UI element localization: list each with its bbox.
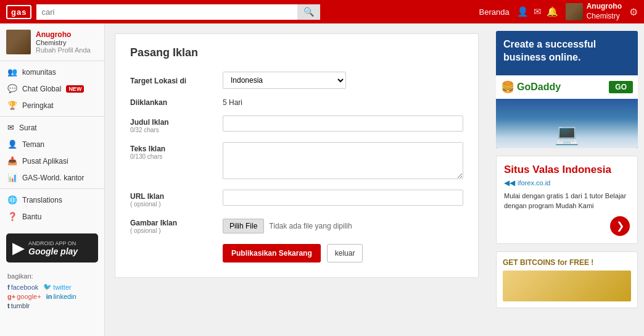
user-name: Anugroho <box>587 2 622 12</box>
message-icon[interactable]: ✉ <box>534 6 542 17</box>
teman-icon: 👤 <box>7 140 17 149</box>
share-google[interactable]: g+ google+ <box>7 293 41 300</box>
sidebar-item-gas[interactable]: 📊 GAS-World. kantor <box>0 169 104 186</box>
sidebar-item-translations[interactable]: 🌐 Translations <box>0 191 104 208</box>
ad-banner-content: Create a successful business online. <box>496 31 638 75</box>
share-label: bagikan: <box>7 272 97 280</box>
avatar <box>566 3 583 20</box>
sidebar-item-pusat[interactable]: 📥 Pusat Aplikasi <box>0 153 104 169</box>
share-tumblr[interactable]: t tumblr <box>7 302 30 309</box>
godaddy-icon: 🍔 <box>501 80 514 94</box>
nav-icons: 👤 ✉ 🔔 <box>517 6 558 17</box>
form-label-teks: Teks Iklan 0/130 chars <box>130 142 223 160</box>
form-row-target: Target Lokasi di Indonesia <box>130 72 463 89</box>
tablet-image: 💻 <box>555 122 579 146</box>
android-store-text: Google play <box>28 246 78 256</box>
sidebar-bantu-label: Bantu <box>22 212 41 221</box>
form-label-judul: Judul Iklan 0/32 chars <box>130 116 223 133</box>
form-label-diiklankan: Diiklankan <box>130 98 223 107</box>
chat-icon: 💬 <box>7 84 17 93</box>
sidebar-komunitas-label: komunitas <box>22 68 56 77</box>
search-button[interactable]: 🔍 <box>297 4 320 20</box>
ad-image-area: 💻 <box>496 99 638 148</box>
cancel-button[interactable]: keluar <box>327 244 363 262</box>
godaddy-go-btn[interactable]: GO <box>609 81 633 93</box>
ad-bitcoin: GET BITCOINS for FREE ! <box>496 251 638 308</box>
surat-icon: ✉ <box>7 123 14 132</box>
nav-right: Beranda 👤 ✉ 🔔 Anugroho Chemistry ⚙ <box>479 2 638 21</box>
twitter-icon: 🐦 <box>43 283 52 291</box>
sidebar-user-info: Anugroho Chemistry Rubah Profil Anda <box>36 30 91 54</box>
sidebar-item-chat[interactable]: 💬 Chat Global NEW <box>0 80 104 97</box>
linkedin-icon: in <box>46 293 52 300</box>
sidebar-menu-3: 🌐 Translations ❓ Bantu <box>0 189 104 227</box>
sidebar-item-surat[interactable]: ✉ Surat <box>0 119 104 136</box>
share-facebook[interactable]: f facebook <box>7 283 38 291</box>
tumblr-icon: t <box>7 302 10 309</box>
judul-input[interactable] <box>223 116 463 132</box>
android-badge[interactable]: ▶ ANDROID APP ON Google play <box>6 233 98 262</box>
godaddy-area: 🍔 GoDaddy GO <box>496 75 638 99</box>
diiklankan-value: 5 Hari <box>223 98 242 107</box>
iforex-source-label: iforex.co.id <box>518 179 550 187</box>
form-row-diiklankan: Diiklankan 5 Hari <box>130 98 463 107</box>
bantu-icon: ❓ <box>7 212 17 221</box>
user-name-block: Anugroho Chemistry <box>587 2 622 21</box>
iforex-source-icon: ◀◀ <box>504 178 515 187</box>
form-title: Pasang Iklan <box>130 46 463 59</box>
sidebar-item-bantu[interactable]: ❓ Bantu <box>0 208 104 225</box>
user-info: Anugroho Chemistry <box>566 2 622 21</box>
sidebar-item-peringkat[interactable]: 🏆 Peringkat <box>0 97 104 114</box>
sidebar-translations-label: Translations <box>22 196 62 204</box>
form-control-target: Indonesia <box>223 72 346 89</box>
komunitas-icon: 👥 <box>7 67 17 77</box>
sidebar-item-komunitas[interactable]: 👥 komunitas <box>0 64 104 80</box>
share-linkedin[interactable]: in linkedin <box>46 293 76 300</box>
url-input[interactable] <box>223 190 463 206</box>
gear-icon[interactable]: ⚙ <box>629 6 638 18</box>
teks-sublabel: 0/130 chars <box>130 153 223 160</box>
logo[interactable]: gas <box>6 5 31 19</box>
sidebar-avatar <box>6 30 31 54</box>
notification-icon[interactable]: 👤 <box>517 6 529 17</box>
ad-iforex-arrow: ❯ <box>504 216 630 236</box>
beranda-button[interactable]: Beranda <box>479 7 510 17</box>
form-actions: Publikasikan Sekarang keluar <box>130 244 463 262</box>
sidebar-menu-1: 👥 komunitas 💬 Chat Global NEW 🏆 Peringka… <box>0 61 104 116</box>
form-value-diiklankan: 5 Hari <box>223 98 242 107</box>
gambar-label: Gambar Iklan <box>130 219 223 227</box>
bell-icon[interactable]: 🔔 <box>547 6 558 17</box>
user-sub: Chemistry <box>587 12 622 22</box>
publish-button[interactable]: Publikasikan Sekarang <box>223 244 321 262</box>
arrow-circle-button[interactable]: ❯ <box>610 216 630 236</box>
gambar-sublabel: ( opsional ) <box>130 227 223 234</box>
form-label-target: Target Lokasi di <box>130 76 223 85</box>
godaddy-logo: GoDaddy <box>517 82 561 93</box>
teks-textarea[interactable] <box>223 142 463 179</box>
share-twitter[interactable]: 🐦 twitter <box>43 283 71 291</box>
sidebar-rubah[interactable]: Rubah Profil Anda <box>36 46 91 54</box>
layout: Anugroho Chemistry Rubah Profil Anda 👥 k… <box>0 23 644 336</box>
badge-text: ANDROID APP ON Google play <box>28 240 78 256</box>
url-sublabel: ( opsional ) <box>130 201 223 208</box>
form-control-gambar: Pilih File Tidak ada file yang dipilih <box>223 216 463 233</box>
form-label-gambar: Gambar Iklan ( opsional ) <box>130 216 223 234</box>
pusat-icon: 📥 <box>7 156 17 166</box>
ad-iforex-desc: Mulai dengan gratis 1 dari 1 tutor Belaj… <box>504 191 630 211</box>
sidebar-menu-2: ✉ Surat 👤 Teman 📥 Pusat Aplikasi 📊 GAS-W… <box>0 117 104 188</box>
pilih-file-button[interactable]: Pilih File <box>223 219 264 233</box>
target-select[interactable]: Indonesia <box>223 72 346 89</box>
translations-icon: 🌐 <box>7 195 17 204</box>
ad-iforex-source: ◀◀ iforex.co.id <box>504 178 630 187</box>
sidebar: Anugroho Chemistry Rubah Profil Anda 👥 k… <box>0 23 105 336</box>
google-icon: g+ <box>7 293 15 300</box>
godaddy-logo-area: 🍔 GoDaddy <box>501 80 561 94</box>
ad-iforex-title: Situs Valas Indonesia <box>504 164 630 176</box>
search-bar: 🔍 <box>36 4 320 20</box>
ad-bitcoin-title: GET BITCOINS for FREE ! <box>503 258 631 267</box>
ad-banner-title: Create a successful business online. <box>503 38 630 64</box>
form-row-url: URL Iklan ( opsional ) <box>130 190 463 208</box>
search-input[interactable] <box>36 4 297 20</box>
sidebar-surat-label: Surat <box>19 124 37 132</box>
sidebar-item-teman[interactable]: 👤 Teman <box>0 136 104 153</box>
